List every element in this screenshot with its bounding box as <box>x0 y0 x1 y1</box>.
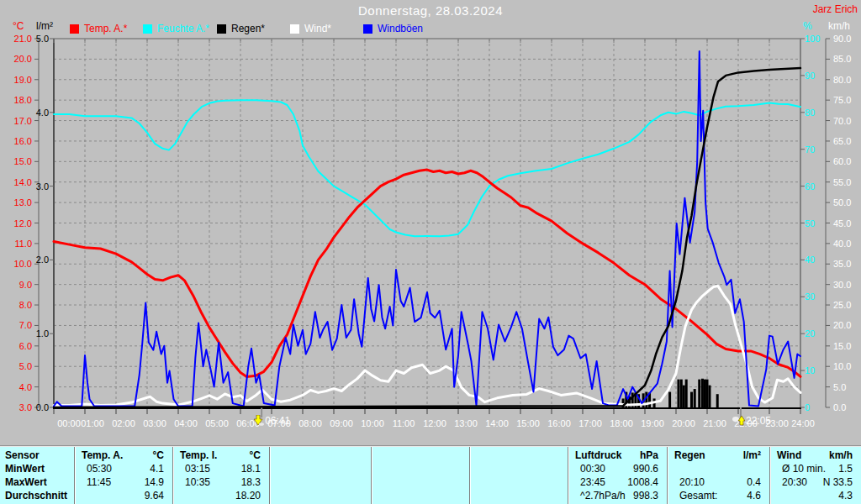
x-axis-tick-label: 08:00 <box>298 418 322 428</box>
table-column-header: LuftdruckhPa <box>568 449 667 462</box>
temp-axis-tick-label: 3.0 <box>19 402 32 412</box>
hum-axis-tick-label: 70 <box>805 144 815 155</box>
legend-item-temp: Temp. A.* <box>70 23 127 34</box>
temp-axis-tick-label: 6.0 <box>19 341 32 351</box>
table-cell: 03:1518.1 <box>173 462 269 475</box>
rain-axis-tick-label: 2.0 <box>36 255 49 265</box>
wind-axis-tick-label: 75.0 <box>833 95 851 105</box>
table-column-header: Regenl/m² <box>668 449 769 462</box>
hum-axis-tick-label: 20 <box>805 328 815 339</box>
x-axis-tick-label: 19:00 <box>641 418 664 428</box>
wind-axis-tick-label: 40.0 <box>833 239 851 249</box>
table-cell: 20:100.4 <box>668 475 769 489</box>
wind-axis-tick-label: 15.0 <box>833 341 851 351</box>
cell-time <box>277 475 282 489</box>
temp-series-swatch-icon <box>70 24 79 34</box>
temp-axis-tick-label: 20.0 <box>14 54 32 64</box>
rain-rate-bar <box>690 392 693 407</box>
rain-rate-bar <box>668 392 671 407</box>
legend-label: Wind* <box>304 23 331 34</box>
cell-time: 23:45 <box>575 475 605 489</box>
x-axis-tick-label: 04:00 <box>174 418 198 428</box>
rain-rate-bar <box>708 386 710 407</box>
rain-axis-tick-label: 5.0 <box>36 34 49 44</box>
table-column-regen: Regenl/m²20:100.4Gesamt:4.6 <box>667 447 769 504</box>
x-axis-tick-label: 10:00 <box>361 418 384 428</box>
rain-rate-bar <box>701 379 704 407</box>
rain-axis-tick-label: 4.0 <box>36 108 49 118</box>
wind-series-swatch-icon <box>290 24 299 34</box>
cell-value: 998.3 <box>633 489 658 502</box>
table-cell: 10:3518.3 <box>173 475 269 489</box>
hum-axis-tick-label: 100 <box>805 34 820 44</box>
rain-rate-bar <box>677 380 679 407</box>
temp-axis-tick-label: 11.0 <box>14 239 32 249</box>
cell-value: 9.64 <box>145 489 164 502</box>
legend-label: Feuchte A.* <box>157 23 209 34</box>
table-cell: ^2.7hPa/h998.3 <box>568 489 667 502</box>
table-column-temp-i-: Temp. I.°C03:1518.110:3518.318.20 <box>172 447 269 504</box>
table-cell <box>470 489 568 502</box>
wind-axis-tick-label: 85.0 <box>833 54 851 64</box>
x-axis-tick-label: 13:00 <box>454 418 478 428</box>
rain-rate-bar <box>706 380 709 407</box>
wind-axis-tick-label: 65.0 <box>833 136 851 146</box>
table-row-label: MaxWert <box>0 475 74 489</box>
table-row-label: MinWert <box>0 462 74 475</box>
x-axis-tick-label: 05:00 <box>205 418 229 428</box>
cell-value: 990.6 <box>633 462 658 475</box>
table-column-header <box>470 449 568 462</box>
wind-axis-tick-label: 10.0 <box>833 361 851 371</box>
table-cell <box>372 489 469 502</box>
table-cell: 18.20 <box>173 489 269 502</box>
humidity-axis-unit: % <box>803 20 812 32</box>
wind-axis-unit: km/h <box>828 20 850 32</box>
temp-axis-tick-label: 21.0 <box>14 34 32 44</box>
temp-axis-tick-label: 14.0 <box>14 177 32 187</box>
sunrise-time-marker: 06:41 <box>253 415 290 427</box>
cell-value: 18.1 <box>241 462 261 475</box>
cell-time: Luftdruck <box>575 449 621 462</box>
cell-value: °C <box>153 449 164 462</box>
rain-axis-tick-label: 3.0 <box>36 181 49 192</box>
temp-axis-tick-label: 12.0 <box>14 218 32 228</box>
cell-value: 4.1 <box>150 462 164 475</box>
x-axis-tick-label: 11:00 <box>393 418 415 428</box>
table-cell <box>270 475 371 489</box>
cell-value: 4.3 <box>838 489 853 502</box>
cell-time <box>477 475 482 489</box>
cell-value: °C <box>250 449 261 462</box>
cell-time: 10:35 <box>180 475 210 489</box>
table-row-labels-column: SensorMinWertMaxWertDurchschnitt <box>0 447 74 504</box>
table-cell: 11:4514.9 <box>75 475 172 489</box>
hum-axis-tick-label: 90 <box>805 71 815 81</box>
wind-axis-tick-label: 35.0 <box>833 259 851 269</box>
hum-axis-tick-label: 80 <box>805 108 815 118</box>
cell-value: 1008.4 <box>627 475 658 489</box>
cell-time: 03:15 <box>180 462 210 475</box>
wind-axis-tick-label: 0.0 <box>833 402 846 412</box>
cell-value: N 33.5 <box>823 475 853 489</box>
hum-axis-tick-label: 10 <box>805 365 815 375</box>
table-cell: 4.3 <box>770 489 861 502</box>
wind-axis-tick-label: 30.0 <box>833 280 851 290</box>
x-axis-tick-label: 14:00 <box>485 418 509 428</box>
cell-time: Wind <box>777 449 801 462</box>
wind-axis-tick-label: 25.0 <box>833 300 851 310</box>
legend-item-rain: Regen* <box>217 23 265 34</box>
cell-time: 20:10 <box>674 475 705 489</box>
temp-axis-unit: °C <box>13 20 24 32</box>
rain-rate-bar <box>704 380 706 407</box>
table-cell <box>668 462 769 475</box>
sunset-time: 22:05 <box>746 415 771 427</box>
table-row-label: Durchschnitt <box>0 489 74 502</box>
cell-value: 18.3 <box>241 475 261 489</box>
temp-axis-tick-label: 18.0 <box>14 95 32 105</box>
cell-time <box>777 489 782 502</box>
table-cell: 00:30990.6 <box>568 462 667 475</box>
table-column-header: Windkm/h <box>770 449 861 462</box>
table-column-wind: Windkm/hØ 10 min.1.520:30N 33.54.3 <box>769 447 861 504</box>
wind-axis-tick-label: 60.0 <box>833 156 851 166</box>
wind-axis-tick-label: 90.0 <box>833 34 851 44</box>
table-cell: 05:304.1 <box>75 462 172 475</box>
